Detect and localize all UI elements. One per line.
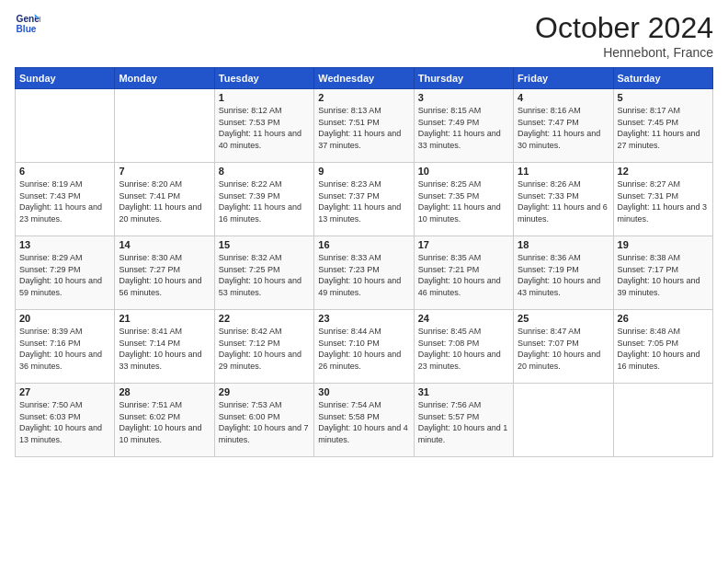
day-number: 23 (318, 313, 409, 324)
day-detail: Sunrise: 8:25 AMSunset: 7:35 PMDaylight:… (418, 178, 509, 224)
calendar-cell: 18Sunrise: 8:36 AMSunset: 7:19 PMDayligh… (514, 236, 613, 310)
calendar-cell: 16Sunrise: 8:33 AMSunset: 7:23 PMDayligh… (314, 236, 414, 310)
calendar-cell: 31Sunrise: 7:56 AMSunset: 5:57 PMDayligh… (414, 384, 513, 457)
day-detail: Sunrise: 8:39 AMSunset: 7:16 PMDaylight:… (19, 326, 110, 372)
calendar-cell: 19Sunrise: 8:38 AMSunset: 7:17 PMDayligh… (613, 236, 712, 310)
day-detail: Sunrise: 8:15 AMSunset: 7:49 PMDaylight:… (418, 105, 509, 151)
calendar-week-row: 27Sunrise: 7:50 AMSunset: 6:03 PMDayligh… (16, 384, 713, 457)
logo: General Blue (15, 11, 40, 37)
day-number: 1 (219, 92, 310, 103)
day-of-week-header: Monday (115, 68, 214, 89)
day-of-week-header: Thursday (414, 68, 513, 89)
calendar-header-row: SundayMondayTuesdayWednesdayThursdayFrid… (16, 68, 713, 89)
calendar-cell: 24Sunrise: 8:45 AMSunset: 7:08 PMDayligh… (414, 310, 513, 384)
day-number: 18 (518, 239, 609, 250)
calendar-cell: 29Sunrise: 7:53 AMSunset: 6:00 PMDayligh… (214, 384, 313, 457)
calendar-cell: 21Sunrise: 8:41 AMSunset: 7:14 PMDayligh… (115, 310, 214, 384)
day-detail: Sunrise: 8:22 AMSunset: 7:39 PMDaylight:… (219, 178, 310, 224)
day-detail: Sunrise: 8:12 AMSunset: 7:53 PMDaylight:… (219, 105, 310, 151)
day-of-week-header: Sunday (16, 68, 115, 89)
calendar-cell: 9Sunrise: 8:23 AMSunset: 7:37 PMDaylight… (314, 163, 414, 236)
day-detail: Sunrise: 7:53 AMSunset: 6:00 PMDaylight:… (219, 399, 310, 445)
day-number: 28 (119, 386, 210, 397)
day-number: 8 (219, 166, 310, 177)
calendar-cell: 23Sunrise: 8:44 AMSunset: 7:10 PMDayligh… (314, 310, 414, 384)
calendar-week-row: 1Sunrise: 8:12 AMSunset: 7:53 PMDaylight… (16, 89, 713, 163)
day-number: 29 (219, 386, 310, 397)
day-detail: Sunrise: 7:50 AMSunset: 6:03 PMDaylight:… (19, 399, 110, 445)
day-detail: Sunrise: 8:38 AMSunset: 7:17 PMDaylight:… (618, 252, 709, 298)
day-number: 27 (19, 386, 110, 397)
day-number: 3 (418, 92, 509, 103)
day-detail: Sunrise: 8:44 AMSunset: 7:10 PMDaylight:… (318, 326, 409, 372)
calendar-cell: 20Sunrise: 8:39 AMSunset: 7:16 PMDayligh… (16, 310, 115, 384)
calendar-cell: 26Sunrise: 8:48 AMSunset: 7:05 PMDayligh… (613, 310, 712, 384)
calendar-cell: 7Sunrise: 8:20 AMSunset: 7:41 PMDaylight… (115, 163, 214, 236)
day-detail: Sunrise: 8:30 AMSunset: 7:27 PMDaylight:… (119, 252, 210, 298)
day-detail: Sunrise: 8:29 AMSunset: 7:29 PMDaylight:… (19, 252, 110, 298)
header: General Blue October 2024 Hennebont, Fra… (15, 11, 713, 60)
month-year: October 2024 (535, 11, 713, 45)
calendar-cell: 2Sunrise: 8:13 AMSunset: 7:51 PMDaylight… (314, 89, 414, 163)
calendar-week-row: 13Sunrise: 8:29 AMSunset: 7:29 PMDayligh… (16, 236, 713, 310)
day-detail: Sunrise: 8:45 AMSunset: 7:08 PMDaylight:… (418, 326, 509, 372)
day-number: 31 (418, 386, 509, 397)
day-number: 15 (219, 239, 310, 250)
day-detail: Sunrise: 7:51 AMSunset: 6:02 PMDaylight:… (119, 399, 210, 445)
calendar-cell (115, 89, 214, 163)
calendar-cell: 3Sunrise: 8:15 AMSunset: 7:49 PMDaylight… (414, 89, 513, 163)
calendar-cell: 28Sunrise: 7:51 AMSunset: 6:02 PMDayligh… (115, 384, 214, 457)
day-number: 30 (318, 386, 409, 397)
day-of-week-header: Saturday (613, 68, 712, 89)
calendar-cell: 14Sunrise: 8:30 AMSunset: 7:27 PMDayligh… (115, 236, 214, 310)
day-number: 4 (518, 92, 609, 103)
location: Hennebont, France (535, 45, 713, 60)
day-detail: Sunrise: 8:33 AMSunset: 7:23 PMDaylight:… (318, 252, 409, 298)
day-number: 16 (318, 239, 409, 250)
day-detail: Sunrise: 8:48 AMSunset: 7:05 PMDaylight:… (618, 326, 709, 372)
day-detail: Sunrise: 7:56 AMSunset: 5:57 PMDaylight:… (418, 399, 509, 445)
calendar-cell: 4Sunrise: 8:16 AMSunset: 7:47 PMDaylight… (514, 89, 613, 163)
day-detail: Sunrise: 8:42 AMSunset: 7:12 PMDaylight:… (219, 326, 310, 372)
calendar-page: General Blue October 2024 Hennebont, Fra… (0, 0, 728, 563)
day-of-week-header: Tuesday (214, 68, 313, 89)
logo-icon: General Blue (15, 11, 40, 37)
calendar-cell: 11Sunrise: 8:26 AMSunset: 7:33 PMDayligh… (514, 163, 613, 236)
day-number: 11 (518, 166, 609, 177)
day-number: 19 (618, 239, 709, 250)
calendar-cell: 25Sunrise: 8:47 AMSunset: 7:07 PMDayligh… (514, 310, 613, 384)
day-number: 9 (318, 166, 409, 177)
calendar-week-row: 6Sunrise: 8:19 AMSunset: 7:43 PMDaylight… (16, 163, 713, 236)
day-detail: Sunrise: 8:23 AMSunset: 7:37 PMDaylight:… (318, 178, 409, 224)
day-detail: Sunrise: 8:26 AMSunset: 7:33 PMDaylight:… (518, 178, 609, 224)
day-detail: Sunrise: 8:41 AMSunset: 7:14 PMDaylight:… (119, 326, 210, 372)
calendar-table: SundayMondayTuesdayWednesdayThursdayFrid… (15, 67, 713, 457)
day-detail: Sunrise: 8:27 AMSunset: 7:31 PMDaylight:… (618, 178, 709, 224)
day-number: 6 (19, 166, 110, 177)
day-number: 14 (119, 239, 210, 250)
day-detail: Sunrise: 8:16 AMSunset: 7:47 PMDaylight:… (518, 105, 609, 151)
title-block: October 2024 Hennebont, France (535, 11, 713, 60)
day-number: 20 (19, 313, 110, 324)
day-number: 13 (19, 239, 110, 250)
calendar-cell: 27Sunrise: 7:50 AMSunset: 6:03 PMDayligh… (16, 384, 115, 457)
day-number: 24 (418, 313, 509, 324)
day-number: 12 (618, 166, 709, 177)
calendar-cell: 6Sunrise: 8:19 AMSunset: 7:43 PMDaylight… (16, 163, 115, 236)
day-detail: Sunrise: 8:47 AMSunset: 7:07 PMDaylight:… (518, 326, 609, 372)
day-number: 22 (219, 313, 310, 324)
day-number: 5 (618, 92, 709, 103)
day-detail: Sunrise: 8:20 AMSunset: 7:41 PMDaylight:… (119, 178, 210, 224)
day-number: 26 (618, 313, 709, 324)
day-number: 2 (318, 92, 409, 103)
day-detail: Sunrise: 8:13 AMSunset: 7:51 PMDaylight:… (318, 105, 409, 151)
day-detail: Sunrise: 8:19 AMSunset: 7:43 PMDaylight:… (19, 178, 110, 224)
calendar-cell: 12Sunrise: 8:27 AMSunset: 7:31 PMDayligh… (613, 163, 712, 236)
calendar-cell: 8Sunrise: 8:22 AMSunset: 7:39 PMDaylight… (214, 163, 313, 236)
day-of-week-header: Wednesday (314, 68, 414, 89)
calendar-cell: 30Sunrise: 7:54 AMSunset: 5:58 PMDayligh… (314, 384, 414, 457)
day-detail: Sunrise: 7:54 AMSunset: 5:58 PMDaylight:… (318, 399, 409, 445)
calendar-cell (16, 89, 115, 163)
calendar-cell (514, 384, 613, 457)
day-number: 25 (518, 313, 609, 324)
